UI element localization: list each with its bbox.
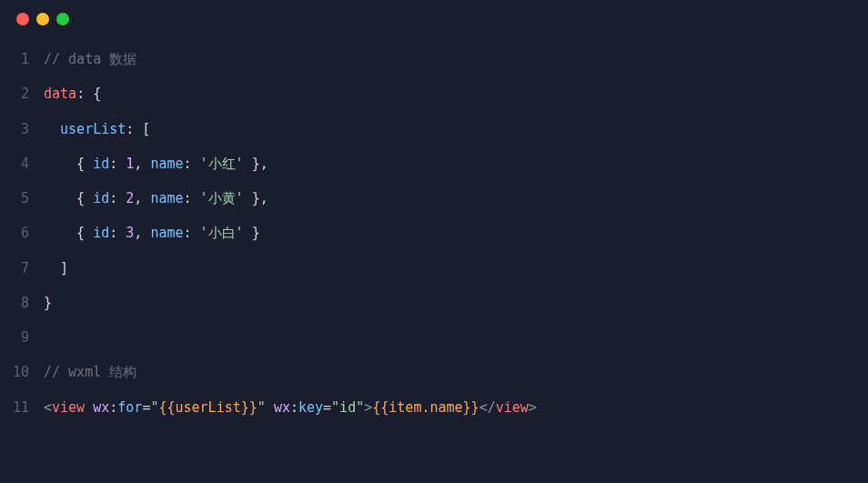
- code-line: 6 { id: 3, name: '小白' }: [0, 216, 868, 250]
- code-token: wx: [274, 399, 290, 416]
- code-token: 1: [126, 156, 134, 172]
- code-token: }}: [463, 399, 479, 416]
- code-token: '小白': [200, 225, 244, 241]
- code-token: userList: [176, 399, 241, 416]
- code-line: 3 userList: [: [0, 112, 868, 146]
- code-token: <: [44, 399, 52, 416]
- minimize-icon[interactable]: [36, 13, 49, 25]
- code-line: 1// data 数据: [0, 42, 868, 76]
- code-token: "id": [331, 399, 364, 416]
- code-token: ,: [134, 190, 150, 206]
- maximize-icon[interactable]: [56, 13, 69, 25]
- code-token: :: [184, 156, 200, 172]
- code-token: {: [44, 156, 93, 172]
- line-number: 4: [0, 146, 44, 181]
- code-line: 9: [0, 320, 868, 355]
- line-content: userList: [: [44, 112, 868, 146]
- code-token: // wxml 结构: [44, 364, 136, 380]
- code-token: :: [184, 225, 200, 241]
- close-icon[interactable]: [16, 13, 29, 25]
- line-content: }: [44, 286, 868, 320]
- line-number: 7: [0, 251, 44, 286]
- line-content: { id: 1, name: '小红' },: [44, 146, 868, 181]
- code-line: 7 ]: [0, 251, 868, 286]
- code-token: item.name: [389, 399, 462, 416]
- code-token: for: [117, 399, 142, 416]
- code-token: data: [44, 86, 76, 102]
- line-content: // data 数据: [44, 42, 868, 76]
- code-token: name: [150, 225, 183, 241]
- line-number: 1: [0, 42, 44, 76]
- code-line: 4 { id: 1, name: '小红' },: [0, 146, 868, 181]
- line-number: 8: [0, 286, 44, 320]
- line-number: 5: [0, 181, 44, 216]
- line-number: 6: [0, 216, 44, 250]
- code-token: [85, 399, 93, 416]
- code-token: ": [257, 399, 266, 416]
- code-token: >: [529, 399, 537, 416]
- code-editor-window: 1// data 数据2data: {3 userList: [4 { id: …: [0, 0, 868, 483]
- code-token: {{: [158, 399, 175, 416]
- code-token: {: [44, 225, 93, 241]
- code-token: }: [244, 225, 260, 241]
- line-number: 11: [0, 390, 44, 425]
- code-token: },: [244, 156, 268, 172]
- line-content: { id: 3, name: '小白' }: [44, 216, 868, 250]
- code-token: :: [109, 225, 126, 241]
- code-token: view: [496, 399, 529, 416]
- window-titlebar: [0, 0, 868, 31]
- code-token: [44, 121, 60, 137]
- line-number: 9: [0, 320, 44, 355]
- code-token: name: [150, 156, 183, 172]
- line-content: ]: [44, 251, 868, 286]
- code-token: '小黄': [200, 190, 244, 206]
- line-content: // wxml 结构: [44, 355, 868, 389]
- code-token: id: [93, 225, 109, 241]
- code-token: key: [298, 399, 323, 416]
- code-token: // data 数据: [44, 51, 136, 67]
- code-token: ]: [44, 260, 68, 277]
- code-token: :: [290, 399, 298, 416]
- code-token: },: [244, 190, 268, 206]
- code-line: 2data: {: [0, 76, 868, 111]
- code-token: ,: [134, 156, 150, 172]
- code-token: wx: [93, 399, 109, 416]
- code-token: :: [109, 399, 117, 416]
- code-token: {: [44, 190, 93, 206]
- line-content: <view wx:for="{{userList}}" wx:key="id">…: [44, 390, 868, 425]
- code-token: '小红': [200, 156, 244, 172]
- code-line: 11<view wx:for="{{userList}}" wx:key="id…: [0, 390, 868, 425]
- code-token: :: [184, 190, 200, 206]
- code-token: }}: [241, 399, 257, 416]
- code-token: name: [150, 190, 183, 206]
- code-token: [266, 399, 274, 416]
- line-content: { id: 2, name: '小黄' },: [44, 181, 868, 216]
- code-token: </: [479, 399, 496, 416]
- code-token: >: [364, 399, 372, 416]
- code-token: :: [109, 190, 126, 206]
- code-line: 10// wxml 结构: [0, 355, 868, 389]
- code-token: 3: [126, 225, 134, 241]
- code-token: {{: [372, 399, 389, 416]
- code-area[interactable]: 1// data 数据2data: {3 userList: [4 { id: …: [0, 31, 868, 425]
- code-token: view: [52, 399, 85, 416]
- code-line: 5 { id: 2, name: '小黄' },: [0, 181, 868, 216]
- code-token: 2: [126, 190, 134, 206]
- line-content: data: {: [44, 76, 868, 111]
- code-token: :: [109, 156, 126, 172]
- line-number: 3: [0, 112, 44, 146]
- line-number: 2: [0, 76, 44, 111]
- code-token: : [: [126, 121, 150, 137]
- code-token: }: [44, 295, 52, 311]
- code-token: =: [323, 399, 331, 416]
- line-number: 10: [0, 355, 44, 389]
- code-token: : {: [76, 86, 101, 102]
- code-token: id: [93, 190, 109, 206]
- code-token: userList: [60, 121, 126, 137]
- code-token: ,: [134, 225, 150, 241]
- code-line: 8}: [0, 286, 868, 320]
- code-token: id: [93, 156, 109, 172]
